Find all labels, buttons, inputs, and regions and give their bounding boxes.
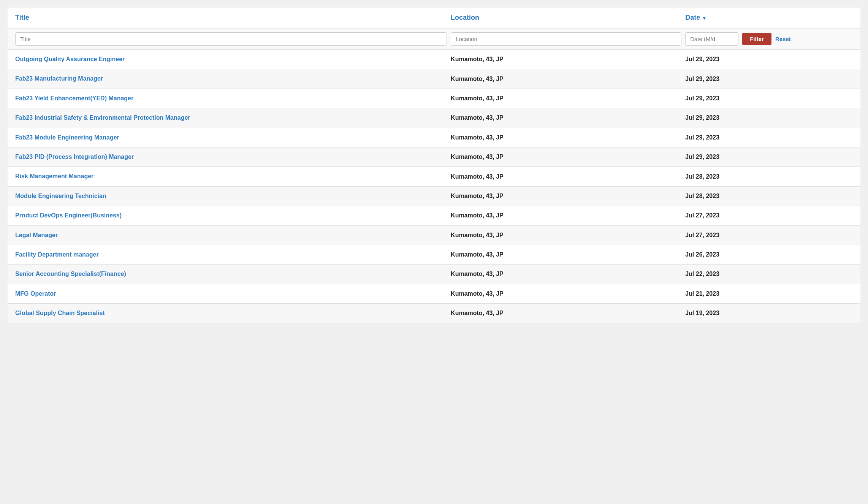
job-date-cell: Jul 26, 2023 <box>685 251 853 258</box>
table-row: Fab23 Module Engineering Manager Kumamot… <box>8 128 860 147</box>
table-row: Product DevOps Engineer(Business) Kumamo… <box>8 206 860 225</box>
job-location-cell: Kumamoto, 43, JP <box>451 56 685 63</box>
job-title-cell: Facility Department manager <box>15 250 451 259</box>
job-date-cell: Jul 27, 2023 <box>685 232 853 239</box>
job-title-cell: Fab23 PID (Process Integration) Manager <box>15 153 451 161</box>
job-title-link[interactable]: Risk Management Manager <box>15 173 93 179</box>
job-location-cell: Kumamoto, 43, JP <box>451 310 685 317</box>
job-title-cell: Fab23 Yield Enhancement(YED) Manager <box>15 94 451 103</box>
sort-arrow-icon: ▼ <box>702 15 707 21</box>
job-title-link[interactable]: Fab23 Industrial Safety & Environmental … <box>15 114 190 121</box>
job-title-link[interactable]: Product DevOps Engineer(Business) <box>15 212 122 219</box>
reset-button[interactable]: Reset <box>775 36 791 42</box>
job-title-cell: Senior Accounting Specialist(Finance) <box>15 270 451 278</box>
table-row: Fab23 Industrial Safety & Environmental … <box>8 108 860 128</box>
job-date-cell: Jul 29, 2023 <box>685 114 853 121</box>
job-title-cell: Module Engineering Technician <box>15 192 451 200</box>
job-title-cell: Risk Management Manager <box>15 172 451 181</box>
job-location-cell: Kumamoto, 43, JP <box>451 212 685 219</box>
job-location-cell: Kumamoto, 43, JP <box>451 290 685 297</box>
table-row: Fab23 Yield Enhancement(YED) Manager Kum… <box>8 89 860 108</box>
job-location-cell: Kumamoto, 43, JP <box>451 154 685 160</box>
job-date-cell: Jul 29, 2023 <box>685 56 853 63</box>
location-filter-container <box>451 32 681 46</box>
job-location-cell: Kumamoto, 43, JP <box>451 134 685 141</box>
job-title-link[interactable]: Fab23 PID (Process Integration) Manager <box>15 154 134 160</box>
job-title-cell: Fab23 Module Engineering Manager <box>15 133 451 142</box>
job-date-cell: Jul 29, 2023 <box>685 95 853 102</box>
table-row: Outgoing Quality Assurance Engineer Kuma… <box>8 50 860 69</box>
job-date-cell: Jul 22, 2023 <box>685 271 853 277</box>
job-date-cell: Jul 27, 2023 <box>685 212 853 219</box>
table-row: Module Engineering Technician Kumamoto, … <box>8 187 860 206</box>
job-location-cell: Kumamoto, 43, JP <box>451 232 685 239</box>
title-filter-input[interactable] <box>15 32 447 46</box>
date-column-header[interactable]: Date ▼ <box>685 14 853 22</box>
table-row: Global Supply Chain Specialist Kumamoto,… <box>8 304 860 323</box>
title-filter-container <box>15 32 447 46</box>
date-header-label: Date <box>685 14 700 22</box>
job-date-cell: Jul 19, 2023 <box>685 310 853 317</box>
job-date-cell: Jul 29, 2023 <box>685 134 853 141</box>
job-title-cell: Legal Manager <box>15 231 451 239</box>
job-date-cell: Jul 29, 2023 <box>685 154 853 160</box>
job-title-link[interactable]: Outgoing Quality Assurance Engineer <box>15 56 125 62</box>
job-title-link[interactable]: Senior Accounting Specialist(Finance) <box>15 271 126 277</box>
job-title-cell: Product DevOps Engineer(Business) <box>15 211 451 220</box>
job-listings-table: Title Location Date ▼ Filter Reset Outgo… <box>8 8 860 323</box>
filter-row: Filter Reset <box>8 29 860 50</box>
job-title-link[interactable]: Module Engineering Technician <box>15 193 106 199</box>
job-date-cell: Jul 28, 2023 <box>685 193 853 200</box>
table-row: Fab23 PID (Process Integration) Manager … <box>8 147 860 167</box>
table-row: MFG Operator Kumamoto, 43, JP Jul 21, 20… <box>8 284 860 304</box>
job-location-cell: Kumamoto, 43, JP <box>451 251 685 258</box>
location-column-header: Location <box>451 14 685 22</box>
table-row: Risk Management Manager Kumamoto, 43, JP… <box>8 167 860 186</box>
job-location-cell: Kumamoto, 43, JP <box>451 271 685 277</box>
job-location-cell: Kumamoto, 43, JP <box>451 95 685 102</box>
job-location-cell: Kumamoto, 43, JP <box>451 193 685 200</box>
table-header-row: Title Location Date ▼ <box>8 8 860 29</box>
table-row: Fab23 Manufacturing Manager Kumamoto, 43… <box>8 69 860 89</box>
job-date-cell: Jul 21, 2023 <box>685 290 853 297</box>
table-row: Legal Manager Kumamoto, 43, JP Jul 27, 2… <box>8 226 860 245</box>
job-location-cell: Kumamoto, 43, JP <box>451 114 685 121</box>
date-filter-input[interactable] <box>685 32 738 46</box>
job-title-cell: Fab23 Industrial Safety & Environmental … <box>15 114 451 122</box>
job-date-cell: Jul 28, 2023 <box>685 173 853 180</box>
date-filter-container <box>685 32 738 46</box>
job-location-cell: Kumamoto, 43, JP <box>451 173 685 180</box>
table-row: Facility Department manager Kumamoto, 43… <box>8 245 860 265</box>
job-title-cell: Fab23 Manufacturing Manager <box>15 74 451 83</box>
job-title-cell: MFG Operator <box>15 290 451 298</box>
table-row: Senior Accounting Specialist(Finance) Ku… <box>8 265 860 284</box>
job-title-link[interactable]: Fab23 Yield Enhancement(YED) Manager <box>15 95 133 101</box>
job-location-cell: Kumamoto, 43, JP <box>451 76 685 82</box>
jobs-list: Outgoing Quality Assurance Engineer Kuma… <box>8 50 860 323</box>
job-date-cell: Jul 29, 2023 <box>685 76 853 82</box>
filter-button[interactable]: Filter <box>742 33 771 45</box>
location-filter-input[interactable] <box>451 32 681 46</box>
title-column-header: Title <box>15 14 451 22</box>
job-title-link[interactable]: Legal Manager <box>15 232 58 238</box>
job-title-link[interactable]: Fab23 Manufacturing Manager <box>15 75 103 82</box>
job-title-link[interactable]: Global Supply Chain Specialist <box>15 310 105 316</box>
job-title-cell: Global Supply Chain Specialist <box>15 309 451 317</box>
job-title-link[interactable]: MFG Operator <box>15 290 56 297</box>
job-title-cell: Outgoing Quality Assurance Engineer <box>15 55 451 63</box>
job-title-link[interactable]: Fab23 Module Engineering Manager <box>15 134 119 141</box>
job-title-link[interactable]: Facility Department manager <box>15 251 99 258</box>
